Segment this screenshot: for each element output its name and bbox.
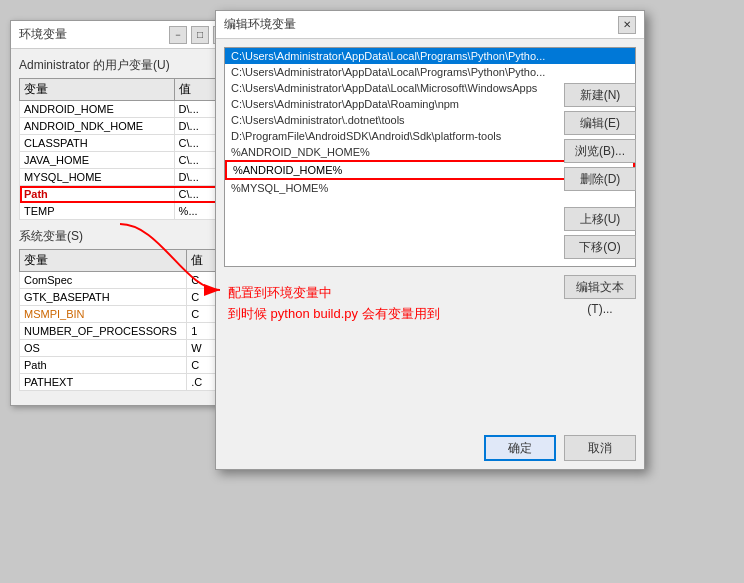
env-titlebar: 环境变量 － □ ✕ bbox=[11, 21, 239, 49]
edit-dialog-title: 编辑环境变量 bbox=[224, 16, 296, 33]
col-variable: 变量 bbox=[20, 79, 175, 101]
var-name: Path bbox=[20, 186, 175, 203]
table-row[interactable]: TEMP %... bbox=[20, 203, 231, 220]
var-name: JAVA_HOME bbox=[20, 152, 175, 169]
var-name: PATHEXT bbox=[20, 374, 187, 391]
var-name: MSMPI_BIN bbox=[20, 306, 187, 323]
sys-vars-table: 变量 值 ComSpec C GTK_BASEPATH C MSMPI_BIN bbox=[19, 249, 231, 391]
var-name: ComSpec bbox=[20, 272, 187, 289]
maximize-btn[interactable]: □ bbox=[191, 26, 209, 44]
var-name: OS bbox=[20, 340, 187, 357]
env-variables-window: 环境变量 － □ ✕ Administrator 的用户变量(U) 变量 值 A… bbox=[10, 20, 240, 406]
var-name: CLASSPATH bbox=[20, 135, 175, 152]
var-name: GTK_BASEPATH bbox=[20, 289, 187, 306]
table-row[interactable]: JAVA_HOME C\... bbox=[20, 152, 231, 169]
table-row[interactable]: OS W bbox=[20, 340, 231, 357]
var-name: NUMBER_OF_PROCESSORS bbox=[20, 323, 187, 340]
system-section: 系统变量(S) 变量 值 ComSpec C GTK_BASEPATH C bbox=[19, 228, 231, 391]
edit-text-btn[interactable]: 编辑文本(T)... bbox=[564, 275, 636, 299]
cancel-btn[interactable]: 取消 bbox=[564, 435, 636, 461]
move-down-btn[interactable]: 下移(O) bbox=[564, 235, 636, 259]
table-row[interactable]: MSMPI_BIN C bbox=[20, 306, 231, 323]
edit-action-buttons: 新建(N) 编辑(E) 浏览(B)... 删除(D) 上移(U) 下移(O) 编… bbox=[564, 83, 636, 299]
env-window-title: 环境变量 bbox=[19, 26, 67, 43]
move-up-btn[interactable]: 上移(U) bbox=[564, 207, 636, 231]
user-section-label: Administrator 的用户变量(U) bbox=[19, 57, 231, 74]
delete-btn[interactable]: 删除(D) bbox=[564, 167, 636, 191]
sys-col-variable: 变量 bbox=[20, 250, 187, 272]
edit-titlebar: 编辑环境变量 ✕ bbox=[216, 11, 644, 39]
var-name: Path bbox=[20, 357, 187, 374]
minimize-btn[interactable]: － bbox=[169, 26, 187, 44]
table-row-path[interactable]: Path C\... bbox=[20, 186, 231, 203]
table-row[interactable]: ComSpec C bbox=[20, 272, 231, 289]
table-row[interactable]: NUMBER_OF_PROCESSORS 1 bbox=[20, 323, 231, 340]
new-btn[interactable]: 新建(N) bbox=[564, 83, 636, 107]
table-row[interactable]: ANDROID_NDK_HOME D\... bbox=[20, 118, 231, 135]
var-name: TEMP bbox=[20, 203, 175, 220]
var-name: MYSQL_HOME bbox=[20, 169, 175, 186]
browse-btn[interactable]: 浏览(B)... bbox=[564, 139, 636, 163]
ok-btn[interactable]: 确定 bbox=[484, 435, 556, 461]
table-row[interactable]: CLASSPATH C\... bbox=[20, 135, 231, 152]
table-row[interactable]: PATHEXT .C bbox=[20, 374, 231, 391]
dialog-footer: 确定 取消 bbox=[216, 427, 644, 469]
edit-env-dialog: 编辑环境变量 ✕ C:\Users\Administrator\AppData\… bbox=[215, 10, 645, 470]
var-name: ANDROID_HOME bbox=[20, 101, 175, 118]
env-window-content: Administrator 的用户变量(U) 变量 值 ANDROID_HOME… bbox=[11, 49, 239, 405]
edit-close-btn[interactable]: ✕ bbox=[618, 16, 636, 34]
table-row[interactable]: GTK_BASEPATH C bbox=[20, 289, 231, 306]
edit-btn[interactable]: 编辑(E) bbox=[564, 111, 636, 135]
edit-titlebar-controls: ✕ bbox=[618, 16, 636, 34]
var-name: ANDROID_NDK_HOME bbox=[20, 118, 175, 135]
user-vars-table: 变量 值 ANDROID_HOME D\... ANDROID_NDK_HOME… bbox=[19, 78, 231, 220]
table-row[interactable]: MYSQL_HOME D\... bbox=[20, 169, 231, 186]
path-item-selected[interactable]: C:\Users\Administrator\AppData\Local\Pro… bbox=[225, 48, 635, 64]
system-section-label: 系统变量(S) bbox=[19, 228, 231, 245]
path-item[interactable]: C:\Users\Administrator\AppData\Local\Pro… bbox=[225, 64, 635, 80]
table-row[interactable]: Path C bbox=[20, 357, 231, 374]
table-row[interactable]: ANDROID_HOME D\... bbox=[20, 101, 231, 118]
